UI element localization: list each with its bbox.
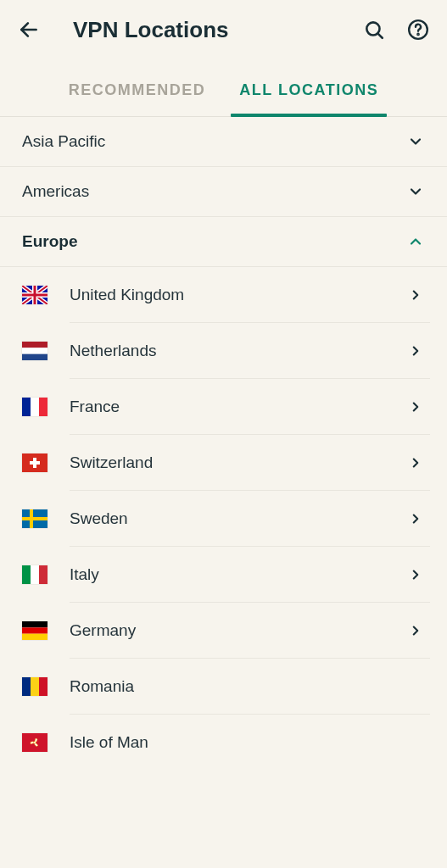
help-icon xyxy=(407,19,429,41)
country-name: Sweden xyxy=(70,509,406,528)
svg-rect-27 xyxy=(22,634,47,640)
country-name: Isle of Man xyxy=(70,733,406,752)
search-button[interactable] xyxy=(362,18,386,42)
country-name: Switzerland xyxy=(70,453,406,472)
country-netherlands[interactable]: Netherlands xyxy=(0,323,447,379)
country-name: France xyxy=(70,398,406,416)
tab-all-locations[interactable]: ALL LOCATIONS xyxy=(234,73,383,116)
svg-rect-14 xyxy=(31,398,39,416)
chevron-right-icon xyxy=(406,453,425,472)
tabs: RECOMMENDED ALL LOCATIONS xyxy=(0,59,447,117)
flag-ro-icon xyxy=(22,677,47,696)
country-name: United Kingdom xyxy=(70,286,406,304)
svg-rect-22 xyxy=(22,565,31,584)
chevron-right-icon xyxy=(406,286,425,304)
svg-line-2 xyxy=(378,34,383,38)
svg-rect-15 xyxy=(39,398,47,416)
country-sweden[interactable]: Sweden xyxy=(0,491,447,547)
country-germany[interactable]: Germany xyxy=(0,603,447,659)
chevron-right-icon xyxy=(406,398,425,416)
flag-de-icon xyxy=(22,621,47,640)
svg-rect-18 xyxy=(30,461,40,465)
svg-rect-21 xyxy=(22,517,47,520)
svg-rect-23 xyxy=(31,565,39,584)
svg-rect-12 xyxy=(22,354,47,360)
flag-ch-icon xyxy=(22,453,47,472)
tab-recommended[interactable]: RECOMMENDED xyxy=(64,73,211,116)
svg-point-32 xyxy=(34,742,36,743)
page-title: VPN Locations xyxy=(73,17,362,43)
flag-gb-icon xyxy=(22,286,47,304)
svg-rect-30 xyxy=(39,677,47,696)
country-united-kingdom[interactable]: United Kingdom xyxy=(0,267,447,323)
chevron-up-icon xyxy=(406,232,425,251)
region-label: Asia Pacific xyxy=(22,132,105,151)
flag-it-icon xyxy=(22,565,47,584)
svg-rect-9 xyxy=(34,286,36,304)
flag-se-icon xyxy=(22,509,47,528)
chevron-right-icon xyxy=(406,565,425,584)
svg-rect-25 xyxy=(22,621,47,627)
country-name: Netherlands xyxy=(70,342,406,360)
country-romania[interactable]: Romania xyxy=(0,659,447,715)
chevron-right-icon xyxy=(406,621,425,640)
arrow-left-icon xyxy=(18,19,40,41)
region-europe[interactable]: Europe xyxy=(0,217,447,267)
region-label: Europe xyxy=(22,232,77,251)
chevron-down-icon xyxy=(406,132,425,151)
chevron-down-icon xyxy=(406,182,425,201)
country-name: Romania xyxy=(70,677,406,696)
country-switzerland[interactable]: Switzerland xyxy=(0,435,447,491)
flag-im-icon xyxy=(22,733,47,752)
region-label: Americas xyxy=(22,182,89,201)
search-icon xyxy=(363,19,385,41)
svg-rect-11 xyxy=(22,348,47,353)
flag-fr-icon xyxy=(22,398,47,416)
help-button[interactable] xyxy=(406,18,430,42)
header-actions xyxy=(362,18,430,42)
svg-point-4 xyxy=(417,34,418,35)
svg-rect-29 xyxy=(31,677,39,696)
region-americas[interactable]: Americas xyxy=(0,167,447,217)
country-france[interactable]: France xyxy=(0,379,447,435)
chevron-right-icon xyxy=(406,342,425,360)
country-isle-of-man[interactable]: Isle of Man xyxy=(0,715,447,771)
chevron-right-icon xyxy=(406,509,425,528)
location-list: Asia Pacific Americas Europe xyxy=(0,117,447,771)
svg-rect-28 xyxy=(22,677,31,696)
back-button[interactable] xyxy=(17,18,41,42)
region-asia-pacific[interactable]: Asia Pacific xyxy=(0,117,447,167)
svg-rect-13 xyxy=(22,398,31,416)
country-name: Germany xyxy=(70,621,406,640)
svg-rect-10 xyxy=(22,342,47,348)
header: VPN Locations xyxy=(0,0,447,59)
country-name: Italy xyxy=(70,565,406,584)
svg-rect-24 xyxy=(39,565,47,584)
flag-nl-icon xyxy=(22,342,47,360)
country-italy[interactable]: Italy xyxy=(0,547,447,603)
svg-rect-26 xyxy=(22,627,47,633)
